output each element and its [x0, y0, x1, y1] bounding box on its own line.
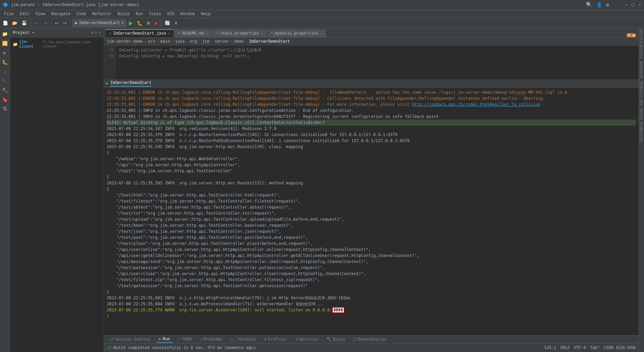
status-bar: ⎇ Build completed successfully in 6 sec,…	[104, 343, 639, 352]
menu-navigate[interactable]: Navigate	[48, 11, 73, 17]
commit-icon[interactable]: 🔀	[1, 39, 9, 48]
menu-window[interactable]: Window	[178, 11, 198, 17]
build-tab[interactable]: 🔨 Build	[324, 336, 347, 343]
project-icon[interactable]: 📁	[1, 30, 9, 38]
notifications-label[interactable]: Notifications	[639, 28, 644, 60]
title-bar-left: 🔷 jim-parent – ImServerDemoStart.java [j…	[3, 2, 139, 8]
gear-icon[interactable]: ⚙	[91, 30, 93, 35]
terminal-side-icon[interactable]: >_	[1, 77, 9, 85]
code-line-31: ImConfig.isCluster = PropKit.get("is_clu…	[119, 47, 262, 53]
debug-button[interactable]: 🐛	[136, 20, 144, 27]
terminal-tab[interactable]: >_ Terminal	[228, 337, 259, 343]
breadcrumb-part-8[interactable]: ImServerDemoStart	[249, 39, 290, 44]
menu-refactor[interactable]: Refactor	[90, 11, 114, 17]
app-logo-icon: 🔷	[3, 2, 8, 8]
run-config-dropdown[interactable]: ▶ ImServerDemoStart ▾	[73, 19, 126, 27]
menu-tools[interactable]: Tools	[146, 11, 164, 17]
redo-button[interactable]: ↪	[61, 20, 68, 26]
menu-view[interactable]: View	[33, 11, 48, 17]
editor-area: J ImServerDemoStart.java ✕ M README.md ✕…	[104, 28, 639, 352]
md-file-icon: M	[178, 32, 180, 35]
open-button[interactable]: 📂	[11, 20, 19, 26]
sync-button[interactable]: 🔄	[163, 20, 171, 26]
file-tab-redis[interactable]: P redis.properties ✕	[212, 29, 266, 37]
separator-2	[51, 20, 51, 26]
close-button[interactable]: ✕	[639, 2, 641, 8]
indent-type[interactable]: Tab*	[590, 346, 600, 350]
profiler-tab[interactable]: ⊕ Profiler	[262, 336, 290, 343]
menu-edit[interactable]: Edit	[17, 11, 32, 17]
debug-side-icon[interactable]: 🐛	[1, 58, 9, 67]
run-button[interactable]: ▶	[127, 19, 134, 27]
settings-icon[interactable]: ⚙	[606, 2, 609, 8]
run-icon[interactable]: ▶	[1, 48, 9, 57]
cursor-position[interactable]: 125:1	[544, 346, 556, 350]
search-everywhere-icon[interactable]: 🔍	[586, 2, 592, 8]
expand-icon[interactable]: ≡	[95, 30, 97, 35]
restore-button[interactable]: □	[632, 2, 634, 8]
tab-close-3[interactable]: ✕	[261, 32, 263, 36]
encoding[interactable]: UTF-8	[574, 346, 586, 350]
hide-icon[interactable]: ✕	[99, 30, 101, 35]
menu-build[interactable]: Build	[115, 11, 132, 17]
breadcrumb-part-5[interactable]: jim	[202, 39, 210, 44]
run-tab-bottom[interactable]: ▶ Run	[156, 336, 173, 343]
menu-file[interactable]: File	[1, 11, 16, 17]
file-tab-mybatis[interactable]: P mybatis.properties ✕	[267, 29, 326, 37]
log-line-28: "/api/message/send":"org.jim.server.http…	[107, 259, 636, 265]
file-tab-readme[interactable]: M README.md ✕	[174, 29, 212, 37]
menu-vcs[interactable]: VCS	[164, 11, 177, 17]
tab-close-1[interactable]: ✕	[168, 32, 170, 36]
code-content[interactable]: ImConfig.isCluster = PropKit.get("is_clu…	[116, 46, 264, 79]
build-side-icon[interactable]: 🔨	[1, 86, 9, 95]
version-control-tab[interactable]: ⎇ Version Control	[106, 336, 154, 343]
services-tab[interactable]: ≡ Services	[293, 337, 321, 343]
endpoints-label[interactable]: Endpoints	[639, 121, 644, 143]
tab-close-2[interactable]: ✕	[206, 32, 208, 36]
mybatis-sql-label[interactable]: MyBatis-SQL	[639, 80, 644, 107]
stop-button[interactable]: ■	[153, 20, 158, 27]
tab-close-4[interactable]: ✕	[320, 32, 322, 36]
breadcrumb-part-3[interactable]: java	[175, 39, 185, 44]
build-icon: 🔨	[326, 337, 331, 342]
menu-run[interactable]: Run	[133, 11, 146, 17]
logback-link[interactable]: http://logback.qos.ch/codes.html#earlier…	[412, 102, 540, 107]
todo-tab[interactable]: ✓ TODO	[175, 336, 194, 343]
vcs-label: Version Control	[115, 337, 151, 342]
dependencies-tab[interactable]: ⬡ Dependencies	[350, 336, 389, 343]
log-line-3: 22:25:33,001 |-ERROR in ch.qos.logback.c…	[107, 101, 636, 107]
maven-label[interactable]: Maven	[639, 107, 644, 121]
file-tab-imserverdemostart[interactable]: J ImServerDemoStart.java ✕	[105, 29, 174, 37]
clear-button[interactable]: ✕	[173, 20, 179, 26]
menu-help[interactable]: Help	[198, 11, 213, 17]
warning-badge[interactable]: 8 ▲	[627, 33, 636, 37]
bottom-toolbar: ⎇ Version Control ▶ Run ✓ TODO ⚠ Problem…	[104, 335, 639, 343]
undo-button[interactable]: ↩	[54, 20, 60, 26]
coverage-button[interactable]: ⊕	[145, 20, 152, 26]
console-output[interactable]: 22:25:33,001 |-ERROR in ch.qos.logback.c…	[104, 88, 639, 335]
breadcrumb-part-2[interactable]: main	[160, 39, 170, 44]
project-root-item[interactable]: 📁 jim-client f:/bx-pro/jimchat/jim-clien…	[10, 39, 104, 50]
problems-tab[interactable]: ⚠ Problems	[197, 336, 225, 343]
problems-icon[interactable]: ⚠	[1, 67, 9, 76]
line-ending[interactable]: CRLF	[560, 346, 570, 350]
breadcrumb-part-7[interactable]: demo	[234, 39, 244, 44]
run-tab-label[interactable]: ImServerDemoStart	[110, 81, 151, 87]
back-button[interactable]: ←	[33, 20, 40, 26]
breadcrumb-part-1[interactable]: src	[148, 39, 155, 44]
separator-3	[70, 20, 70, 26]
menu-code[interactable]: Code	[74, 11, 89, 17]
breadcrumb-part-6[interactable]: server	[215, 39, 229, 44]
new-file-button[interactable]: 📄	[1, 20, 9, 26]
user-icon[interactable]: 👤	[596, 2, 602, 8]
save-button[interactable]: 💾	[20, 20, 28, 26]
project-tree: 📁 jim-client f:/bx-pro/jimchat/jim-clien…	[10, 38, 104, 352]
breadcrumb-part-0[interactable]: jim-server-demo	[107, 39, 143, 44]
database-label[interactable]: Database	[639, 60, 644, 80]
forward-button[interactable]: →	[42, 20, 49, 26]
line-31: 31	[106, 47, 114, 53]
minimize-button[interactable]: ─	[625, 2, 628, 8]
breadcrumb-part-4[interactable]: org	[190, 39, 197, 44]
bookmark-icon[interactable]: 🔖	[1, 95, 9, 104]
structure-icon[interactable]: 🏗	[1, 105, 9, 114]
